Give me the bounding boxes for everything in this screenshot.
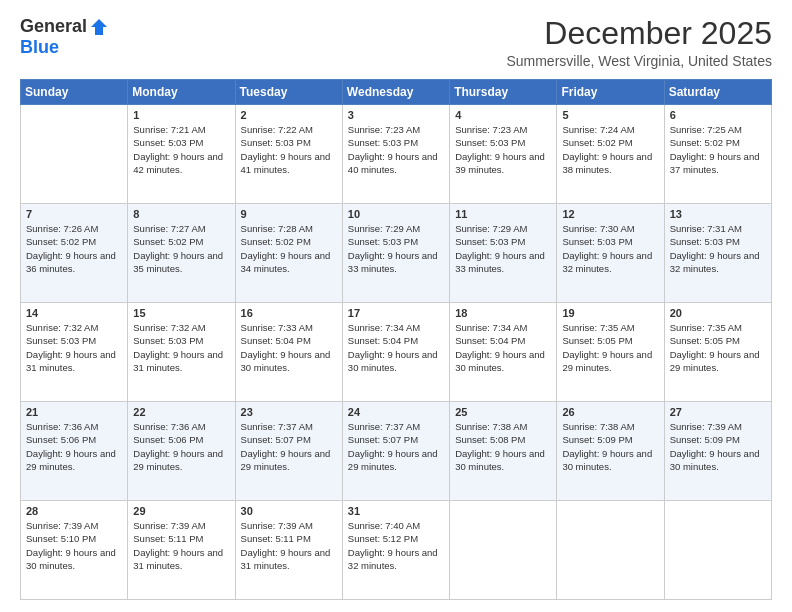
day-info: Sunrise: 7:29 AMSunset: 5:03 PMDaylight:…	[455, 222, 551, 275]
day-info: Sunrise: 7:34 AMSunset: 5:04 PMDaylight:…	[455, 321, 551, 374]
day-info: Sunrise: 7:32 AMSunset: 5:03 PMDaylight:…	[26, 321, 122, 374]
calendar-cell: 20Sunrise: 7:35 AMSunset: 5:05 PMDayligh…	[664, 303, 771, 402]
day-number: 7	[26, 208, 122, 220]
svg-marker-0	[91, 19, 107, 35]
calendar-cell: 8Sunrise: 7:27 AMSunset: 5:02 PMDaylight…	[128, 204, 235, 303]
day-number: 21	[26, 406, 122, 418]
calendar-cell: 15Sunrise: 7:32 AMSunset: 5:03 PMDayligh…	[128, 303, 235, 402]
day-info: Sunrise: 7:36 AMSunset: 5:06 PMDaylight:…	[133, 420, 229, 473]
logo-icon	[89, 17, 109, 37]
day-info: Sunrise: 7:39 AMSunset: 5:11 PMDaylight:…	[241, 519, 337, 572]
day-number: 19	[562, 307, 658, 319]
day-info: Sunrise: 7:33 AMSunset: 5:04 PMDaylight:…	[241, 321, 337, 374]
calendar-cell: 17Sunrise: 7:34 AMSunset: 5:04 PMDayligh…	[342, 303, 449, 402]
day-number: 27	[670, 406, 766, 418]
calendar-cell: 2Sunrise: 7:22 AMSunset: 5:03 PMDaylight…	[235, 105, 342, 204]
calendar-cell: 30Sunrise: 7:39 AMSunset: 5:11 PMDayligh…	[235, 501, 342, 600]
calendar-cell: 28Sunrise: 7:39 AMSunset: 5:10 PMDayligh…	[21, 501, 128, 600]
day-number: 18	[455, 307, 551, 319]
calendar-cell: 25Sunrise: 7:38 AMSunset: 5:08 PMDayligh…	[450, 402, 557, 501]
day-info: Sunrise: 7:39 AMSunset: 5:09 PMDaylight:…	[670, 420, 766, 473]
calendar-cell: 11Sunrise: 7:29 AMSunset: 5:03 PMDayligh…	[450, 204, 557, 303]
calendar-header-row: SundayMondayTuesdayWednesdayThursdayFrid…	[21, 80, 772, 105]
logo-blue-text: Blue	[20, 37, 59, 58]
day-info: Sunrise: 7:30 AMSunset: 5:03 PMDaylight:…	[562, 222, 658, 275]
calendar-cell: 14Sunrise: 7:32 AMSunset: 5:03 PMDayligh…	[21, 303, 128, 402]
day-info: Sunrise: 7:38 AMSunset: 5:08 PMDaylight:…	[455, 420, 551, 473]
day-number: 26	[562, 406, 658, 418]
calendar-cell: 5Sunrise: 7:24 AMSunset: 5:02 PMDaylight…	[557, 105, 664, 204]
calendar-cell: 22Sunrise: 7:36 AMSunset: 5:06 PMDayligh…	[128, 402, 235, 501]
day-number: 5	[562, 109, 658, 121]
day-info: Sunrise: 7:38 AMSunset: 5:09 PMDaylight:…	[562, 420, 658, 473]
day-number: 20	[670, 307, 766, 319]
calendar-header-tuesday: Tuesday	[235, 80, 342, 105]
day-info: Sunrise: 7:29 AMSunset: 5:03 PMDaylight:…	[348, 222, 444, 275]
day-number: 8	[133, 208, 229, 220]
calendar-cell: 13Sunrise: 7:31 AMSunset: 5:03 PMDayligh…	[664, 204, 771, 303]
day-number: 9	[241, 208, 337, 220]
day-number: 28	[26, 505, 122, 517]
day-info: Sunrise: 7:32 AMSunset: 5:03 PMDaylight:…	[133, 321, 229, 374]
calendar-cell: 23Sunrise: 7:37 AMSunset: 5:07 PMDayligh…	[235, 402, 342, 501]
day-number: 1	[133, 109, 229, 121]
calendar-header-saturday: Saturday	[664, 80, 771, 105]
calendar-cell: 9Sunrise: 7:28 AMSunset: 5:02 PMDaylight…	[235, 204, 342, 303]
day-info: Sunrise: 7:23 AMSunset: 5:03 PMDaylight:…	[348, 123, 444, 176]
day-number: 16	[241, 307, 337, 319]
day-number: 29	[133, 505, 229, 517]
calendar-cell	[557, 501, 664, 600]
calendar-header-sunday: Sunday	[21, 80, 128, 105]
calendar-table: SundayMondayTuesdayWednesdayThursdayFrid…	[20, 79, 772, 600]
day-info: Sunrise: 7:23 AMSunset: 5:03 PMDaylight:…	[455, 123, 551, 176]
calendar-cell: 29Sunrise: 7:39 AMSunset: 5:11 PMDayligh…	[128, 501, 235, 600]
day-info: Sunrise: 7:36 AMSunset: 5:06 PMDaylight:…	[26, 420, 122, 473]
page-container: General Blue December 2025 Summersville,…	[0, 0, 792, 612]
day-number: 11	[455, 208, 551, 220]
day-info: Sunrise: 7:22 AMSunset: 5:03 PMDaylight:…	[241, 123, 337, 176]
calendar-cell	[21, 105, 128, 204]
calendar-cell: 4Sunrise: 7:23 AMSunset: 5:03 PMDaylight…	[450, 105, 557, 204]
day-info: Sunrise: 7:27 AMSunset: 5:02 PMDaylight:…	[133, 222, 229, 275]
day-info: Sunrise: 7:34 AMSunset: 5:04 PMDaylight:…	[348, 321, 444, 374]
calendar-cell: 27Sunrise: 7:39 AMSunset: 5:09 PMDayligh…	[664, 402, 771, 501]
calendar-cell: 31Sunrise: 7:40 AMSunset: 5:12 PMDayligh…	[342, 501, 449, 600]
calendar-cell: 16Sunrise: 7:33 AMSunset: 5:04 PMDayligh…	[235, 303, 342, 402]
day-info: Sunrise: 7:40 AMSunset: 5:12 PMDaylight:…	[348, 519, 444, 572]
day-info: Sunrise: 7:35 AMSunset: 5:05 PMDaylight:…	[562, 321, 658, 374]
calendar-header-monday: Monday	[128, 80, 235, 105]
day-number: 10	[348, 208, 444, 220]
logo: General Blue	[20, 16, 109, 58]
calendar-cell: 1Sunrise: 7:21 AMSunset: 5:03 PMDaylight…	[128, 105, 235, 204]
day-number: 2	[241, 109, 337, 121]
calendar-header-thursday: Thursday	[450, 80, 557, 105]
calendar-cell	[664, 501, 771, 600]
calendar-header-friday: Friday	[557, 80, 664, 105]
calendar-cell	[450, 501, 557, 600]
day-number: 23	[241, 406, 337, 418]
day-info: Sunrise: 7:28 AMSunset: 5:02 PMDaylight:…	[241, 222, 337, 275]
day-info: Sunrise: 7:37 AMSunset: 5:07 PMDaylight:…	[348, 420, 444, 473]
day-number: 30	[241, 505, 337, 517]
calendar-week-row: 14Sunrise: 7:32 AMSunset: 5:03 PMDayligh…	[21, 303, 772, 402]
calendar-week-row: 21Sunrise: 7:36 AMSunset: 5:06 PMDayligh…	[21, 402, 772, 501]
day-number: 12	[562, 208, 658, 220]
day-number: 6	[670, 109, 766, 121]
day-number: 4	[455, 109, 551, 121]
header: General Blue December 2025 Summersville,…	[20, 16, 772, 69]
calendar-cell: 6Sunrise: 7:25 AMSunset: 5:02 PMDaylight…	[664, 105, 771, 204]
day-number: 15	[133, 307, 229, 319]
day-info: Sunrise: 7:31 AMSunset: 5:03 PMDaylight:…	[670, 222, 766, 275]
day-info: Sunrise: 7:37 AMSunset: 5:07 PMDaylight:…	[241, 420, 337, 473]
day-number: 22	[133, 406, 229, 418]
calendar-cell: 24Sunrise: 7:37 AMSunset: 5:07 PMDayligh…	[342, 402, 449, 501]
day-number: 13	[670, 208, 766, 220]
title-block: December 2025 Summersville, West Virgini…	[506, 16, 772, 69]
day-info: Sunrise: 7:39 AMSunset: 5:11 PMDaylight:…	[133, 519, 229, 572]
day-number: 14	[26, 307, 122, 319]
calendar-cell: 3Sunrise: 7:23 AMSunset: 5:03 PMDaylight…	[342, 105, 449, 204]
calendar-header-wednesday: Wednesday	[342, 80, 449, 105]
day-info: Sunrise: 7:25 AMSunset: 5:02 PMDaylight:…	[670, 123, 766, 176]
calendar-cell: 26Sunrise: 7:38 AMSunset: 5:09 PMDayligh…	[557, 402, 664, 501]
day-number: 25	[455, 406, 551, 418]
